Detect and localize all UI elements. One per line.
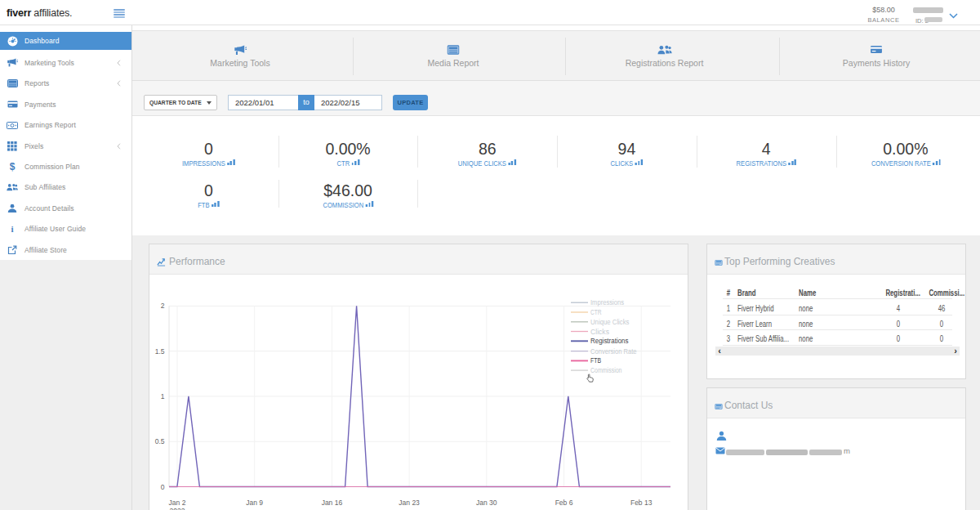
svg-text:2022: 2022 [170, 507, 185, 510]
svg-text:0: 0 [161, 483, 165, 491]
svg-text:Unique Clicks: Unique Clicks [590, 318, 630, 326]
svg-text:1.5: 1.5 [155, 347, 165, 356]
svg-text:0.5: 0.5 [155, 437, 165, 445]
svg-text:CTR: CTR [590, 308, 602, 316]
svg-text:Jan 23: Jan 23 [399, 499, 420, 507]
svg-text:Registrations: Registrations [590, 337, 629, 345]
svg-text:Jan 2: Jan 2 [169, 499, 186, 507]
svg-text:Feb 6: Feb 6 [555, 499, 573, 507]
svg-text:Clicks: Clicks [590, 328, 609, 336]
svg-text:Feb 13: Feb 13 [630, 499, 653, 507]
svg-text:Jan 16: Jan 16 [322, 499, 343, 507]
svg-text:Commission: Commission [590, 366, 622, 374]
svg-text:1: 1 [161, 392, 165, 400]
svg-text:Impressions: Impressions [590, 298, 624, 306]
svg-text:Conversion Rate: Conversion Rate [590, 347, 637, 356]
svg-text:2: 2 [161, 302, 165, 310]
svg-text:Jan 9: Jan 9 [246, 499, 263, 507]
svg-text:FTB: FTB [590, 356, 601, 365]
svg-text:Jan 30: Jan 30 [476, 499, 497, 507]
